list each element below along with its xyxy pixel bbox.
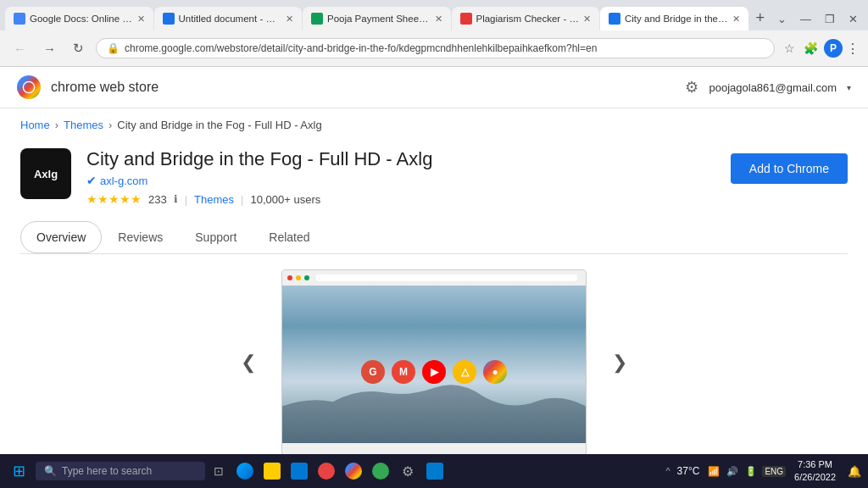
user-email: poojagola861@gmail.com [709, 81, 837, 94]
sound-icon: 🔊 [725, 466, 740, 477]
system-tray: ^ [665, 466, 670, 476]
vscode-icon [426, 463, 443, 480]
taskbar-vscode-icon[interactable] [422, 458, 448, 484]
preview-browser-mockup: G M ▶ △ ● [282, 270, 586, 455]
preview-top-bar [282, 270, 586, 286]
address-text: chrome.google.com/webstore/detail/city-a… [125, 42, 764, 54]
tab-favicon [609, 13, 620, 25]
extension-source: ✔ axl-g.com [86, 174, 715, 187]
breadcrumb-sep-1: › [55, 119, 58, 131]
preview-bottom-bar [282, 443, 586, 455]
tab-plagiarism[interactable]: Plagiarism Checker - Free &... ✕ [452, 7, 600, 30]
tab-label: Google Docs: Online Docum... [30, 14, 133, 24]
taskbar-search[interactable]: 🔍 Type here to search [36, 462, 205, 480]
dropdown-caret-icon[interactable]: ▾ [847, 83, 851, 92]
taskbar-chrome2-icon[interactable] [368, 458, 393, 484]
cws-logo [17, 75, 41, 99]
ext-category[interactable]: Themes [194, 193, 234, 206]
taskbar-edge-icon[interactable] [232, 458, 258, 484]
tab-payment-sheet[interactable]: Pooja Payment Sheet - Goo... ✕ [303, 7, 451, 30]
tab-favicon [460, 13, 472, 25]
explorer-icon [264, 463, 281, 480]
tab-close-btn[interactable]: ✕ [137, 14, 145, 25]
mail-icon [291, 463, 308, 480]
breadcrumb-current: City and Bridge in the Fog - Full HD - A… [117, 119, 321, 131]
next-arrow-button[interactable]: ❯ [604, 343, 636, 382]
bookmark-btn[interactable]: ☆ [782, 39, 798, 58]
tab-support[interactable]: Support [179, 221, 253, 253]
start-button[interactable]: ⊞ [3, 456, 34, 486]
address-bar-row: ← → ↻ 🔒 chrome.google.com/webstore/detai… [0, 30, 868, 66]
profile-avatar[interactable]: P [824, 39, 843, 58]
settings-icon[interactable]: ⚙ [685, 78, 698, 97]
breadcrumb-sep-2: › [108, 119, 112, 131]
tab-close-btn[interactable]: ✕ [435, 14, 442, 25]
taskbar-search-text: Type here to search [62, 465, 152, 477]
tab-city-bridge[interactable]: City and Bridge in the Fog -... ✕ [600, 7, 748, 30]
source-url[interactable]: axl-g.com [100, 175, 147, 187]
taskbar-search-icon: 🔍 [44, 465, 57, 477]
taskbar-explorer-icon[interactable] [259, 458, 285, 484]
star-rating: ★★★★★ [86, 192, 142, 206]
task-view-button[interactable]: ⊡ [207, 459, 231, 483]
verified-icon: ✔ [86, 174, 97, 187]
forward-button[interactable]: → [38, 38, 61, 59]
taskbar-office-icon[interactable] [314, 458, 339, 484]
temp-value: 37°C [677, 465, 700, 477]
tab-untitled-doc[interactable]: Untitled document - Google ✕ [154, 7, 303, 30]
tab-close-btn[interactable]: ✕ [732, 14, 740, 25]
tab-related[interactable]: Related [253, 221, 326, 253]
tab-favicon [311, 13, 323, 25]
notification-icon: 🔔 [848, 465, 861, 478]
breadcrumb-themes[interactable]: Themes [64, 119, 103, 131]
minimize-btn[interactable]: — [795, 11, 816, 27]
wifi-icon: 📶 [706, 466, 721, 477]
extension-meta: ★★★★★ 233 ℹ | Themes | 10,000+ users [86, 192, 715, 206]
new-tab-button[interactable]: + [749, 9, 772, 27]
tab-overview[interactable]: Overview [20, 221, 102, 253]
close-btn[interactable]: ✕ [843, 11, 863, 27]
add-to-chrome-button[interactable]: Add to Chrome [731, 153, 848, 184]
tab-favicon [14, 13, 25, 25]
tab-label: Plagiarism Checker - Free &... [476, 14, 580, 24]
tab-favicon [163, 13, 175, 25]
tab-close-btn[interactable]: ✕ [286, 14, 293, 25]
user-count: 10,000+ users [250, 193, 320, 206]
tab-label: City and Bridge in the Fog -... [625, 14, 728, 24]
breadcrumb-home[interactable]: Home [20, 119, 50, 131]
tab-label: Untitled document - Google [179, 14, 282, 24]
office-icon [318, 463, 335, 480]
battery-icon: 🔋 [743, 466, 759, 477]
extension-btn[interactable]: 🧩 [801, 39, 821, 58]
cws-title: chrome web store [51, 80, 159, 95]
tab-search-btn[interactable]: ⌄ [772, 11, 792, 27]
back-button[interactable]: ← [8, 38, 31, 59]
chrome-icon [345, 463, 362, 480]
extension-icon: Axlg [20, 148, 71, 199]
taskbar-mail-icon[interactable] [287, 458, 312, 484]
restore-btn[interactable]: ❐ [820, 11, 840, 27]
windows-logo-icon: ⊞ [13, 462, 25, 480]
lock-icon: 🔒 [107, 42, 120, 54]
extension-icon-label: Axlg [34, 168, 58, 180]
chrome2-icon [372, 463, 389, 480]
address-field[interactable]: 🔒 chrome.google.com/webstore/detail/city… [96, 38, 775, 58]
reload-button[interactable]: ↻ [68, 37, 89, 59]
tray-up-icon[interactable]: ^ [665, 466, 670, 476]
tab-close-btn[interactable]: ✕ [583, 14, 591, 25]
task-view-icon: ⊡ [214, 464, 224, 478]
temperature-display: 37°C [674, 465, 704, 477]
tab-reviews[interactable]: Reviews [102, 221, 179, 253]
taskbar-settings-icon[interactable]: ⚙ [395, 458, 420, 484]
info-icon: ℹ [174, 193, 178, 205]
meta-separator-2: | [241, 193, 243, 206]
tab-google-docs[interactable]: Google Docs: Online Docum... ✕ [5, 7, 153, 30]
tab-label: Pooja Payment Sheet - Goo... [327, 14, 431, 24]
prev-arrow-button[interactable]: ❮ [232, 343, 264, 382]
taskbar-chrome-icon[interactable] [341, 458, 366, 484]
notification-button[interactable]: 🔔 [844, 461, 865, 481]
cws-header: chrome web store ⚙ poojagola861@gmail.co… [0, 67, 868, 108]
meta-separator: | [185, 193, 187, 206]
svg-point-0 [23, 81, 34, 92]
menu-button[interactable]: ⋮ [846, 39, 860, 58]
